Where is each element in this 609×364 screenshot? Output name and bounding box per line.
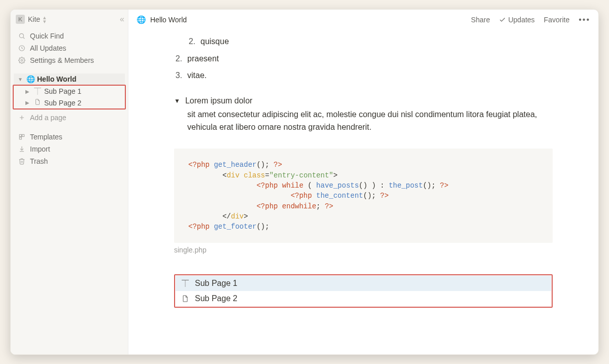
breadcrumb-title: Hello World <box>150 16 187 24</box>
subpage-label: Sub Page 2 <box>195 294 238 303</box>
page-tree: ▼ 🌐 Hello World ▶ ⏉ Sub Page 1 ▶ Sub Pag… <box>11 72 128 111</box>
tree-children-highlight: ▶ ⏉ Sub Page 1 ▶ Sub Page 2 <box>13 85 126 110</box>
subpage-label: Sub Page 1 <box>195 279 238 288</box>
page-icon <box>181 295 190 303</box>
quick-find[interactable]: Quick Find <box>14 30 125 42</box>
trash[interactable]: Trash <box>14 155 125 167</box>
tree-root-hello-world[interactable]: ▼ 🌐 Hello World <box>14 74 125 85</box>
templates[interactable]: Templates <box>14 131 125 143</box>
gear-icon <box>18 56 26 64</box>
svg-rect-8 <box>19 137 21 139</box>
templates-label: Templates <box>30 133 62 141</box>
tree-child-label: Sub Page 2 <box>44 99 81 107</box>
subpages-highlight: ⏉ Sub Page 1 Sub Page 2 <box>174 274 553 308</box>
svg-point-0 <box>19 33 23 38</box>
check-icon <box>499 16 506 23</box>
favorite-button[interactable]: Favorite <box>544 16 570 24</box>
chevron-down-icon: ▼ <box>174 97 180 104</box>
svg-rect-7 <box>22 134 24 136</box>
main: 🌐 Hello World Share Updates Favorite •••… <box>128 10 598 354</box>
all-updates[interactable]: All Updates <box>14 42 125 54</box>
list-item[interactable]: quisque <box>200 35 229 48</box>
code-caption: single.php <box>174 246 553 254</box>
code-block[interactable]: <?php get_header(); ?> <div class="entry… <box>174 149 553 243</box>
quick-find-label: Quick Find <box>30 32 64 40</box>
updates-button[interactable]: Updates <box>499 16 534 24</box>
settings-label: Settings & Members <box>30 56 94 64</box>
settings-members[interactable]: Settings & Members <box>14 54 125 66</box>
workspace-name: Kite <box>28 15 40 23</box>
underscore-page-icon: ⏉ <box>33 87 42 95</box>
search-icon <box>18 32 26 40</box>
workspace-switcher[interactable]: K Kite ▴▾ « <box>11 13 128 29</box>
topbar: 🌐 Hello World Share Updates Favorite ••• <box>128 10 598 30</box>
top-actions: Share Updates Favorite ••• <box>471 15 590 24</box>
plus-icon <box>18 114 26 122</box>
toggle-header[interactable]: ▼ Lorem ipsum dolor <box>174 96 553 105</box>
breadcrumb[interactable]: 🌐 Hello World <box>137 15 187 24</box>
trash-label: Trash <box>30 157 48 165</box>
svg-line-1 <box>23 38 25 39</box>
chevron-right-icon[interactable]: ▶ <box>24 89 31 94</box>
more-menu-icon[interactable]: ••• <box>579 15 590 24</box>
clock-icon <box>18 44 26 52</box>
download-icon <box>18 145 26 153</box>
workspace-badge: K <box>16 15 25 24</box>
sidebar: K Kite ▴▾ « Quick Find All Updates <box>11 10 128 354</box>
toggle-body[interactable]: sit amet consectetur adipiscing elit ac,… <box>187 108 553 134</box>
sidebar-collapse-icon[interactable]: « <box>120 15 123 24</box>
subpage-link-1[interactable]: ⏉ Sub Page 1 <box>176 276 551 291</box>
app-window: K Kite ▴▾ « Quick Find All Updates <box>10 9 599 355</box>
toggle-title: Lorem ipsum dolor <box>185 96 253 105</box>
svg-rect-6 <box>19 134 21 136</box>
chevron-right-icon[interactable]: ▶ <box>24 100 31 105</box>
subpage-link-2[interactable]: Sub Page 2 <box>176 291 551 306</box>
page-content: 2.quisque 2.praesent 3.vitae. ▼ Lorem ip… <box>128 30 598 354</box>
chevron-down-icon[interactable]: ▼ <box>17 77 24 82</box>
add-page[interactable]: Add a page <box>14 112 125 124</box>
list-item[interactable]: vitae. <box>187 69 207 82</box>
tree-child-sub-page-1[interactable]: ▶ ⏉ Sub Page 1 <box>14 86 125 97</box>
import[interactable]: Import <box>14 143 125 155</box>
page-icon <box>33 98 42 107</box>
svg-point-3 <box>21 59 23 61</box>
globe-icon: 🌐 <box>137 15 146 24</box>
underscore-page-icon: ⏉ <box>181 279 190 287</box>
trash-icon <box>18 157 26 165</box>
templates-icon <box>18 133 26 141</box>
tree-root-label: Hello World <box>37 75 77 83</box>
updates-label: Updates <box>508 16 534 24</box>
share-button[interactable]: Share <box>471 16 490 24</box>
toggle-block: ▼ Lorem ipsum dolor sit amet consectetur… <box>174 96 553 134</box>
add-page-label: Add a page <box>30 114 66 122</box>
all-updates-label: All Updates <box>30 44 66 52</box>
updown-icon: ▴▾ <box>43 15 46 23</box>
ordered-list: 2.quisque 2.praesent 3.vitae. <box>174 35 553 82</box>
list-item[interactable]: praesent <box>187 52 219 65</box>
globe-icon: 🌐 <box>26 75 35 83</box>
tree-child-label: Sub Page 1 <box>44 87 81 95</box>
import-label: Import <box>30 145 50 153</box>
tree-child-sub-page-2[interactable]: ▶ Sub Page 2 <box>14 97 125 108</box>
